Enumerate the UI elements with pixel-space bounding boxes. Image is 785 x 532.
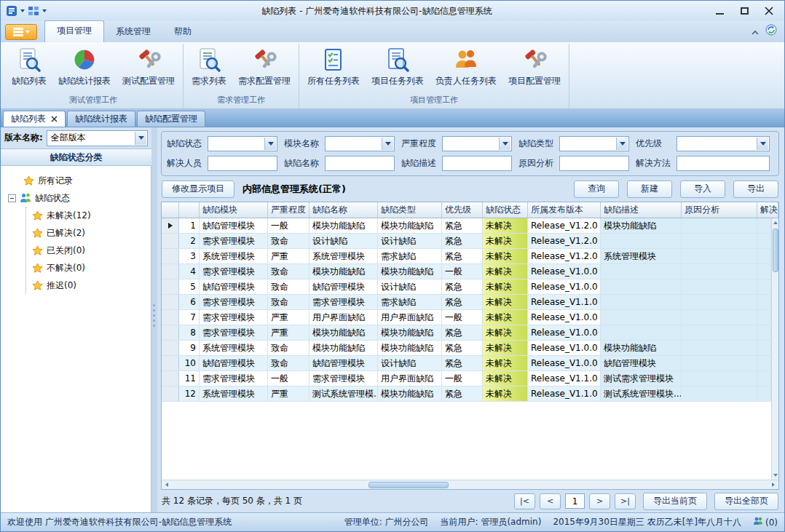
vertical-scroll-thumb[interactable] (773, 229, 778, 272)
cell-priority: 一般 (442, 264, 483, 279)
chevron-down-icon[interactable] (20, 9, 25, 12)
minimize-button[interactable] (707, 2, 732, 20)
table-row[interactable]: 9系统管理模块致命模块功能缺陷模块功能缺陷紧急未解决Release_V1.0.0… (162, 341, 771, 356)
filter-input-1[interactable] (208, 156, 277, 171)
ribbon-button[interactable]: 所有任务列表 (301, 44, 366, 89)
vertical-scrollbar[interactable] (771, 218, 778, 480)
maximize-button[interactable] (732, 2, 757, 20)
grid-column-header[interactable]: 缺陷名称 (309, 202, 378, 218)
table-row[interactable]: 1缺陷管理模块一般模块功能缺陷模块功能缺陷紧急未解决Release_V1.2.0… (162, 218, 771, 234)
table-row[interactable]: 5缺陷管理模块致命缺陷管理模块设计缺陷紧急未解决Release_V1.0.0 (162, 279, 771, 295)
ribbon-button[interactable]: 需求配置管理 (232, 44, 296, 89)
tree-item-status-1[interactable]: 未解决(12) (32, 207, 148, 224)
export-button[interactable]: 导出 (733, 180, 778, 198)
collapse-ribbon-icon[interactable] (751, 25, 760, 39)
filter-input-5[interactable] (676, 156, 770, 171)
ribbon-button[interactable]: 缺陷列表 (6, 44, 52, 89)
next-page-button[interactable]: > (589, 493, 610, 509)
filter-select-4[interactable] (559, 136, 629, 151)
scroll-down-icon[interactable] (772, 471, 779, 480)
filter-select-2[interactable] (325, 136, 395, 151)
org-unit-text: 管理单位: 广州分公司 (344, 516, 429, 528)
table-row[interactable]: 3系统管理模块严重系统管理模块需求缺陷紧急未解决Release_V1.2.0系统… (162, 249, 771, 264)
ribbon-button[interactable]: 负责人任务列表 (430, 44, 502, 89)
scroll-left-icon[interactable] (162, 480, 172, 490)
cell-severity: 致命 (268, 234, 309, 248)
chevron-down-icon[interactable] (616, 138, 628, 150)
scroll-right-icon[interactable] (768, 480, 778, 490)
sidebar-splitter[interactable] (151, 127, 157, 512)
ribbon-button[interactable]: 测试配置管理 (117, 44, 181, 89)
ribbon-tab-3[interactable]: 帮助 (162, 22, 203, 42)
chevron-down-icon[interactable] (264, 138, 276, 150)
table-row[interactable]: 10缺陷管理模块致命缺陷管理模块设计缺陷紧急未解决Release_V1.0.0缺… (162, 356, 771, 371)
filter-input-2[interactable] (325, 156, 395, 171)
grid-column-header[interactable]: 原因分析 (682, 202, 757, 218)
horizontal-scrollbar[interactable] (162, 480, 778, 489)
doc-tab-3[interactable]: 缺陷配置管理 (137, 111, 205, 127)
table-row[interactable]: 6需求管理模块致命需求管理模块需求缺陷紧急未解决Release_V1.1.0 (162, 295, 771, 310)
filter-input-4[interactable] (559, 156, 629, 171)
tree-item-all-records[interactable]: 所有记录 (8, 172, 148, 189)
grid-column-header[interactable]: 优先级 (442, 202, 483, 218)
chevron-down-icon[interactable] (135, 132, 146, 145)
config-tools-icon (252, 47, 277, 72)
doc-tab-1[interactable]: 缺陷列表 (3, 111, 66, 127)
filter-input-3[interactable] (442, 156, 512, 171)
ribbon-button[interactable]: 缺陷统计报表 (52, 44, 117, 89)
ribbon-tab-2[interactable]: 系统管理 (104, 22, 162, 42)
app-icon[interactable] (5, 4, 18, 17)
chevron-down-icon[interactable] (757, 138, 768, 150)
table-row[interactable]: 12系统管理模块严重测试系统管理模...模块功能缺陷紧急未解决Release_V… (162, 386, 771, 402)
table-row[interactable]: 4需求管理模块致命模块功能缺陷模块功能缺陷一般未解决Release_V1.0.0 (162, 264, 771, 279)
ribbon-button[interactable]: 项目配置管理 (502, 44, 567, 89)
tree-item-status-2[interactable]: 已解决(2) (32, 224, 148, 242)
close-button[interactable] (757, 2, 781, 20)
horizontal-scroll-thumb[interactable] (368, 482, 449, 488)
tree-item-status-5[interactable]: 推迟(0) (32, 277, 148, 294)
new-button[interactable]: 新建 (627, 180, 672, 198)
export-all-pages-button[interactable]: 导出全部页 (714, 493, 778, 510)
tree-item-defect-status[interactable]: 缺陷状态 (8, 189, 148, 207)
grid-column-header[interactable]: 所属发布版本 (528, 202, 601, 218)
table-row[interactable]: 2需求管理模块致命设计缺陷设计缺陷紧急未解决Release_V1.2.0 (162, 234, 771, 249)
ribbon-button[interactable]: 需求列表 (186, 44, 232, 89)
page-number-input[interactable] (565, 493, 585, 509)
scroll-up-icon[interactable] (772, 218, 779, 227)
table-row[interactable]: 8需求管理模块严重模块功能缺陷模块功能缺陷紧急未解决Release_V1.0.0 (162, 325, 771, 341)
filter-select-1[interactable] (208, 136, 277, 151)
grid-column-header[interactable]: 缺陷类型 (378, 202, 442, 218)
grid-column-header[interactable]: 缺陷模块 (200, 202, 268, 218)
filter-select-5[interactable] (676, 136, 770, 151)
tree-item-status-4[interactable]: 不解决(0) (32, 259, 148, 277)
ribbon-tab-1[interactable]: 项目管理 (44, 20, 104, 42)
doc-tab-2[interactable]: 缺陷统计报表 (67, 111, 135, 127)
version-dropdown[interactable]: 全部版本 (47, 130, 148, 146)
query-button[interactable]: 查询 (574, 180, 619, 198)
table-row[interactable]: 11需求管理模块一般需求管理模块用户界面缺陷一般未解决Release_V1.1.… (162, 371, 771, 386)
cell-analysis (682, 295, 757, 309)
table-row[interactable]: 7需求管理模块严重用户界面缺陷用户界面缺陷一般未解决Release_V1.0.0 (162, 310, 771, 325)
first-page-button[interactable]: |< (514, 493, 535, 509)
prev-page-button[interactable]: < (540, 493, 561, 509)
chevron-down-icon[interactable] (499, 138, 510, 150)
grid-column-header[interactable]: 解决 (757, 202, 778, 218)
export-current-page-button[interactable]: 导出当前页 (643, 493, 707, 510)
layout-grid-icon[interactable] (27, 4, 40, 17)
ribbon-button[interactable]: 项目任务列表 (366, 44, 430, 89)
modify-display-button[interactable]: 修改显示项目 (162, 180, 234, 198)
filter-select-3[interactable] (442, 136, 512, 151)
chevron-down-icon[interactable] (382, 138, 393, 150)
tree-item-status-3[interactable]: 已关闭(0) (32, 242, 148, 259)
grid-column-header[interactable]: 缺陷状态 (483, 202, 528, 218)
collapse-expander-icon[interactable] (8, 194, 16, 202)
application-menu-button[interactable] (5, 24, 37, 40)
online-users[interactable]: (0) (753, 517, 778, 528)
last-page-button[interactable]: >| (615, 493, 636, 509)
help-sync-icon[interactable] (765, 24, 777, 39)
grid-column-header[interactable]: 缺陷描述 (601, 202, 682, 218)
grid-column-header[interactable]: 严重程度 (268, 202, 309, 218)
import-button[interactable]: 导入 (680, 180, 725, 198)
filter-panel: 缺陷状态模块名称严重程度缺陷类型优先级 解决人员缺陷名称缺陷描述原因分析解决方法 (161, 131, 779, 176)
close-icon[interactable] (51, 116, 58, 122)
